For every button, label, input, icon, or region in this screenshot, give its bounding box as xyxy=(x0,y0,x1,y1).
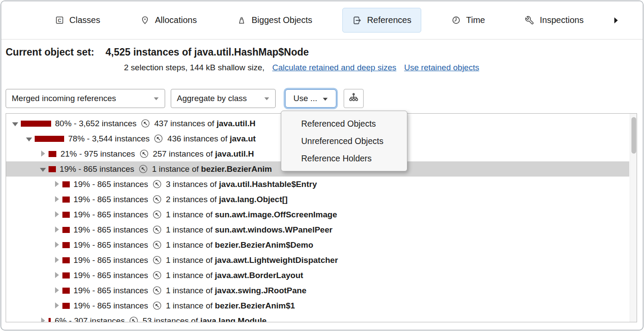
incoming-reference-icon xyxy=(139,149,149,159)
chevron-down-icon xyxy=(153,97,159,101)
class-name: sun.awt.image.OffScreenImage xyxy=(215,210,337,219)
instance-description: 1 instance of sun.awt.image.OffScreenIma… xyxy=(166,210,337,220)
incoming-reference-icon xyxy=(152,179,162,189)
incoming-reference-icon xyxy=(140,118,150,128)
current-object-set-label: Current object set: xyxy=(6,46,94,58)
menu-item-reference-holders[interactable]: Reference Holders xyxy=(281,150,407,167)
expand-toggle-collapsed-icon[interactable] xyxy=(54,256,62,265)
reference-mode-dropdown[interactable]: Merged incoming references xyxy=(6,89,165,108)
aggregate-mode-dropdown[interactable]: Aggregate by class xyxy=(171,89,276,108)
expand-toggle-collapsed-icon[interactable] xyxy=(54,210,62,220)
incoming-reference-icon xyxy=(152,270,162,280)
scrollbar-thumb[interactable] xyxy=(631,117,636,154)
instance-description: 436 instances of java.ut xyxy=(167,134,256,144)
percentage-bar xyxy=(35,136,64,142)
tree-row[interactable]: 19% - 865 instances1 instance of sun.awt… xyxy=(6,222,629,237)
instance-description: 1 instance of java.awt.LightweightDispat… xyxy=(166,256,338,265)
vertical-scrollbar[interactable] xyxy=(630,114,637,322)
reference-mode-value: Merged incoming references xyxy=(12,94,116,103)
expand-toggle-expanded-icon[interactable] xyxy=(26,134,35,144)
percentage-bar xyxy=(62,197,70,203)
percentage-label: 19% - 865 instances xyxy=(74,301,148,311)
use-dropdown-menu: Referenced ObjectsUnreferenced ObjectsRe… xyxy=(281,111,407,171)
class-name: java.awt.LightweightDispatcher xyxy=(215,256,338,265)
tab-label: Allocations xyxy=(155,15,197,25)
expand-toggle-collapsed-icon[interactable] xyxy=(54,286,62,295)
tree-row[interactable]: 19% - 865 instances1 instance of java.aw… xyxy=(6,268,629,283)
expand-toggle-expanded-icon[interactable] xyxy=(12,119,21,128)
percentage-bar xyxy=(49,166,56,172)
percentage-label: 21% - 975 instances xyxy=(60,149,135,159)
tab-time[interactable]: Time xyxy=(441,8,495,33)
expand-toggle-collapsed-icon[interactable] xyxy=(54,195,62,204)
references-icon xyxy=(352,16,362,25)
tab-references[interactable]: References xyxy=(342,8,421,33)
tab-biggest-objects[interactable]: Biggest Objects xyxy=(227,8,322,33)
percentage-label: 78% - 3,544 instances xyxy=(68,134,150,144)
incoming-reference-icon xyxy=(152,285,162,295)
instance-description: 1 instance of bezier.BezierAnim$1 xyxy=(166,301,295,311)
tree-row[interactable]: 19% - 865 instances1 instance of bezier.… xyxy=(6,298,629,313)
tree-row[interactable]: 19% - 865 instances1 instance of java.aw… xyxy=(6,252,629,268)
expand-toggle-collapsed-icon[interactable] xyxy=(40,316,49,323)
tab-label: Classes xyxy=(69,15,100,25)
expand-toggle-collapsed-icon[interactable] xyxy=(40,149,49,159)
incoming-reference-icon xyxy=(129,316,139,322)
instance-description: 1 instance of bezier.BezierAnim$Demo xyxy=(166,240,313,250)
expand-toggle-expanded-icon[interactable] xyxy=(40,164,49,174)
menu-item-referenced-objects[interactable]: Referenced Objects xyxy=(281,115,407,132)
use-retained-objects-link[interactable]: Use retained objects xyxy=(404,63,479,72)
percentage-bar xyxy=(49,318,51,323)
percentage-bar xyxy=(62,181,70,187)
tree-row[interactable]: 19% - 865 instances2 instances of java.l… xyxy=(6,192,629,207)
tree-row[interactable]: 19% - 865 instances3 instances of java.u… xyxy=(6,177,629,192)
tree-row[interactable]: 19% - 865 instances1 instance of javax.s… xyxy=(6,283,629,298)
percentage-label: 19% - 865 instances xyxy=(60,164,134,174)
incoming-reference-icon xyxy=(152,301,162,311)
tab-allocations[interactable]: Allocations xyxy=(130,8,207,33)
class-name: java.ut xyxy=(230,134,256,143)
aggregate-mode-value: Aggregate by class xyxy=(177,94,247,103)
incoming-reference-icon xyxy=(152,240,162,250)
chevron-down-icon xyxy=(322,94,328,103)
heap-walker-window: CClassesAllocationsBiggest ObjectsRefere… xyxy=(0,0,644,331)
expand-toggle-collapsed-icon[interactable] xyxy=(54,180,62,189)
percentage-bar xyxy=(62,227,70,233)
percentage-label: 19% - 865 instances xyxy=(74,256,148,265)
expand-toggle-collapsed-icon[interactable] xyxy=(54,225,62,235)
class-name: java.util.H xyxy=(217,119,256,128)
allocations-icon xyxy=(140,16,150,25)
instance-description: 3 instances of java.util.Hashtable$Entry xyxy=(166,180,317,189)
percentage-bar xyxy=(21,121,51,127)
expand-toggle-collapsed-icon[interactable] xyxy=(54,240,62,250)
tab-label: Time xyxy=(466,15,485,25)
instance-description: 2 instances of java.lang.Object[] xyxy=(166,195,288,204)
show-reference-graph-button[interactable] xyxy=(344,89,364,108)
tab-label: References xyxy=(367,15,411,25)
hierarchy-graph-icon xyxy=(348,92,359,105)
tree-row[interactable]: 19% - 865 instances1 instance of bezier.… xyxy=(6,237,629,252)
selection-details-text: 2 selection steps, 144 kB shallow size, xyxy=(124,63,264,72)
class-name: bezier.BezierAnim$Demo xyxy=(215,240,313,249)
tree-row[interactable]: 19% - 865 instances1 instance of sun.awt… xyxy=(6,207,629,222)
expand-toggle-collapsed-icon[interactable] xyxy=(54,271,62,280)
incoming-reference-icon xyxy=(138,164,148,174)
menu-item-unreferenced-objects[interactable]: Unreferenced Objects xyxy=(281,132,407,150)
tree-row[interactable]: 6% - 307 instances53 instances of java.l… xyxy=(6,313,629,322)
tab-classes[interactable]: CClasses xyxy=(45,8,110,33)
class-name: bezier.BezierAnim$1 xyxy=(215,301,295,310)
chevron-right-icon[interactable] xyxy=(614,17,618,24)
percentage-label: 19% - 865 instances xyxy=(74,195,148,204)
class-name: sun.awt.windows.WPanelPeer xyxy=(215,225,332,234)
use-button[interactable]: Use ... xyxy=(285,89,336,108)
current-object-set-value: 4,525 instances of java.util.HashMap$Nod… xyxy=(105,46,309,58)
classes-icon: C xyxy=(55,16,64,25)
incoming-reference-icon xyxy=(152,255,162,265)
incoming-reference-icon xyxy=(152,194,162,204)
percentage-bar xyxy=(62,272,70,279)
calculate-retained-sizes-link[interactable]: Calculate retained and deep sizes xyxy=(272,63,396,72)
tab-label: Inspections xyxy=(540,15,583,25)
expand-toggle-collapsed-icon[interactable] xyxy=(54,301,62,311)
tab-inspections[interactable]: Inspections xyxy=(515,8,593,33)
use-button-label: Use ... xyxy=(293,94,317,103)
